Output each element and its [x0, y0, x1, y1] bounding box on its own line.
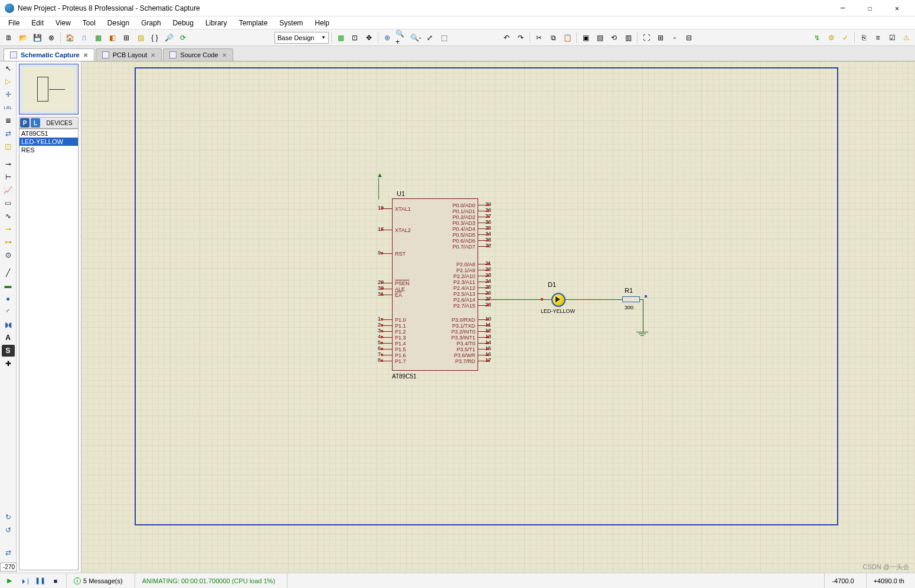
- play-button[interactable]: ▶: [4, 576, 15, 586]
- bom2-icon[interactable]: ≡: [871, 31, 884, 44]
- decomp-icon[interactable]: ⊟: [682, 31, 695, 44]
- marker-2d-icon[interactable]: ✚: [2, 358, 15, 370]
- path-2d-icon[interactable]: ◗◖: [2, 319, 15, 331]
- pcb-tab-icon[interactable]: ▦: [92, 31, 104, 44]
- circle-2d-icon[interactable]: ●: [2, 293, 15, 305]
- terminal-icon[interactable]: ⊸: [2, 158, 15, 170]
- graph-mode-icon[interactable]: 📈: [2, 184, 15, 196]
- bus-mode-icon[interactable]: ⇄: [2, 128, 15, 139]
- arc-2d-icon[interactable]: ◜: [2, 306, 15, 318]
- cut-icon[interactable]: ✂: [532, 31, 545, 44]
- junction-icon[interactable]: ✛: [2, 89, 15, 100]
- box-2d-icon[interactable]: ▬: [2, 280, 15, 292]
- messages-segment[interactable]: i 5 Message(s): [66, 573, 130, 588]
- paste-icon[interactable]: 📋: [561, 31, 574, 44]
- tape-icon[interactable]: ▭: [2, 197, 15, 209]
- copy-icon[interactable]: ⧉: [547, 31, 560, 44]
- close-icon[interactable]: ⊗: [45, 31, 58, 44]
- rotate-cw-icon[interactable]: ↻: [2, 511, 15, 523]
- symbol-2d-icon[interactable]: S: [2, 345, 15, 357]
- label-mode-icon[interactable]: LBL: [2, 102, 15, 113]
- tab-schematic-capture[interactable]: Schematic Capture✕: [4, 48, 94, 61]
- pick-libraries-button[interactable]: L: [31, 118, 40, 128]
- wire-r1-gnd-v[interactable]: [643, 299, 643, 332]
- rotate-ccw-icon[interactable]: ↺: [2, 524, 15, 536]
- menu-file[interactable]: File: [2, 18, 25, 28]
- undo-icon[interactable]: ↶: [500, 31, 513, 44]
- library-icon[interactable]: ⊞: [654, 31, 667, 44]
- pick-parts-button[interactable]: P: [20, 118, 30, 128]
- menu-tool[interactable]: Tool: [77, 18, 102, 28]
- zoom-area-icon[interactable]: ⬚: [437, 31, 450, 44]
- 3d-icon[interactable]: ◧: [106, 31, 119, 44]
- wire-d1-r1[interactable]: [566, 299, 622, 300]
- device-item[interactable]: AT89C51: [19, 129, 78, 138]
- zoom-in-icon[interactable]: 🔍+: [395, 31, 408, 44]
- search-icon[interactable]: 🔎: [162, 31, 175, 44]
- device-item[interactable]: RES: [19, 146, 78, 154]
- bom-icon[interactable]: ▤: [134, 31, 147, 44]
- zoom-fit-icon[interactable]: ⤢: [423, 31, 436, 44]
- menu-edit[interactable]: Edit: [25, 18, 50, 28]
- redo-icon[interactable]: ↷: [514, 31, 527, 44]
- gerber-icon[interactable]: ⊞: [120, 31, 133, 44]
- mirror-h-icon[interactable]: ⇄: [2, 547, 15, 558]
- tab-pcb-layout[interactable]: PCB Layout✕: [96, 48, 162, 61]
- device-pin-icon[interactable]: ⊢: [2, 171, 15, 183]
- instrument-icon[interactable]: ⊙: [2, 249, 15, 261]
- generator-icon[interactable]: ∿: [2, 210, 15, 222]
- part-preview[interactable]: [19, 64, 79, 115]
- block-copy-icon[interactable]: ▣: [579, 31, 592, 44]
- minimize-button[interactable]: ─: [829, 2, 856, 15]
- target-icon[interactable]: ⊕: [381, 31, 394, 44]
- menu-system[interactable]: System: [273, 18, 309, 28]
- open-file-icon[interactable]: 📂: [17, 31, 30, 44]
- pick-icon[interactable]: ⛶: [640, 31, 653, 44]
- pause-button[interactable]: ❚❚: [34, 576, 46, 586]
- text-2d-icon[interactable]: A: [2, 332, 15, 344]
- save-icon[interactable]: 💾: [31, 31, 44, 44]
- excl-icon[interactable]: ⚠: [900, 31, 913, 44]
- new-file-icon[interactable]: 🗎: [2, 31, 15, 44]
- grid-icon[interactable]: ▦: [334, 31, 347, 44]
- block-rotate-icon[interactable]: ⟲: [607, 31, 620, 44]
- tab-close-icon[interactable]: ✕: [151, 52, 155, 58]
- tab-close-icon[interactable]: ✕: [222, 52, 227, 58]
- netlist-icon[interactable]: ⎘: [857, 31, 870, 44]
- menu-template[interactable]: Template: [233, 18, 274, 28]
- snap-icon[interactable]: ⊡: [348, 31, 361, 44]
- line-2d-icon[interactable]: ╱: [2, 267, 15, 279]
- probe-v-icon[interactable]: ⊸: [2, 223, 15, 235]
- menu-graph[interactable]: Graph: [135, 18, 166, 28]
- schematic-canvas[interactable]: ▲ U1 XTAL119XTAL218RST9PSEN29ALE30EA31P1…: [81, 61, 915, 573]
- device-item[interactable]: LED-YELLOW: [19, 138, 78, 146]
- component-mode-icon[interactable]: ▷: [2, 76, 15, 87]
- menu-debug[interactable]: Debug: [167, 18, 200, 28]
- refresh-icon[interactable]: ⟳: [177, 31, 189, 44]
- erc-icon[interactable]: ✓: [839, 31, 852, 44]
- component-r1[interactable]: [622, 296, 640, 302]
- maximize-button[interactable]: ☐: [857, 2, 883, 15]
- tab-close-icon[interactable]: ✕: [83, 52, 88, 58]
- probe-i-icon[interactable]: ⊶: [2, 236, 15, 248]
- menu-design[interactable]: Design: [102, 18, 135, 28]
- erc2-icon[interactable]: ☑: [885, 31, 898, 44]
- menu-help[interactable]: Help: [309, 18, 335, 28]
- menu-view[interactable]: View: [50, 18, 77, 28]
- origin-icon[interactable]: ✥: [362, 31, 375, 44]
- block-delete-icon[interactable]: ▥: [622, 31, 635, 44]
- step-button[interactable]: ⏵|: [19, 576, 31, 586]
- package-icon[interactable]: ▫: [668, 31, 681, 44]
- tab-source-code[interactable]: Source Code✕: [163, 48, 233, 61]
- component-u1[interactable]: XTAL119XTAL218RST9PSEN29ALE30EA31P1.01P1…: [392, 198, 478, 371]
- subcircuit-icon[interactable]: ◫: [2, 141, 15, 152]
- device-list[interactable]: AT89C51LED-YELLOWRES: [19, 129, 79, 570]
- wire-autoroute-icon[interactable]: ↯: [811, 31, 824, 44]
- property-icon[interactable]: ⚙: [825, 31, 838, 44]
- design-variant-combo[interactable]: Base Design ▼: [274, 32, 329, 44]
- zoom-out-icon[interactable]: 🔍-: [409, 31, 422, 44]
- stop-button[interactable]: ■: [50, 576, 61, 586]
- selection-mode-icon[interactable]: ↖: [2, 63, 15, 74]
- schematic-tab-icon[interactable]: ⎍: [77, 31, 90, 44]
- block-move-icon[interactable]: ▤: [593, 31, 606, 44]
